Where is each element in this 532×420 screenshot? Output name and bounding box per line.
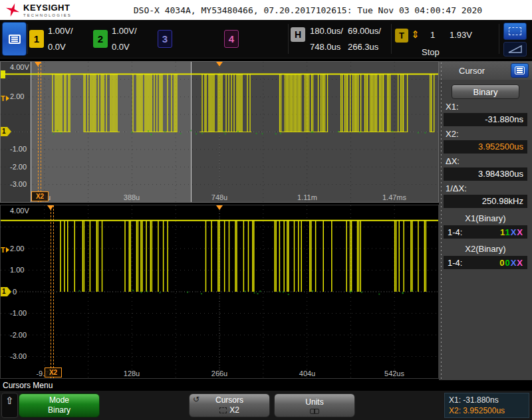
v-axis-label: -1.00 [10, 309, 27, 317]
x2-binary-title: X2(Binary) [439, 244, 532, 254]
channel-marker-label: 1 [1, 127, 7, 136]
up-arrow-icon: ⇧ [5, 395, 14, 407]
time-axis-label: 404u [299, 369, 315, 377]
cursor-x2-value: 3.952500us [444, 140, 527, 154]
channel2-values[interactable]: 1.00V/ 0.0V [112, 26, 137, 52]
main-timebase-scale: 180.0us/ [310, 26, 343, 36]
keysight-logo: KEYSIGHT TECHNOLOGIES [5, 3, 72, 17]
channel1-ground-marker[interactable]: 1 [1, 287, 11, 296]
v-axis-label: 2.00 [10, 245, 24, 253]
main-menu-button[interactable] [2, 22, 27, 56]
v-axis-label: -3.00 [10, 180, 27, 188]
horizontal-main-values: 180.0us/ 748.0us [310, 26, 343, 52]
cursor-x2-flag[interactable]: X2 [45, 368, 62, 377]
softkey-cursors-line2: X2 [229, 405, 239, 415]
separator [499, 24, 499, 54]
time-axis-label: 128u [124, 369, 140, 377]
softkey-mode-line1: Mode [49, 395, 69, 405]
zoom-sweep-panel[interactable]: 4.00V 2.00 1.00 0 -1.00 -2.00 -3.00 T 1 … [0, 205, 439, 379]
x1-binary-title: X1(Binary) [439, 213, 532, 223]
cursor-x1-line[interactable] [38, 62, 39, 202]
channel4-badge[interactable]: 4 [224, 30, 239, 48]
binary-mode-button[interactable]: Binary [452, 84, 519, 99]
softkey-units-line1: Units [305, 397, 323, 407]
softkey-cursors-line1: Cursors [215, 395, 243, 405]
sidebar-drag-handle[interactable] [440, 61, 443, 380]
time-reference-marker [216, 205, 223, 210]
time-axis-label: 266u [211, 369, 227, 377]
main-sweep-panel[interactable]: 4.00V 2.00 -1.00 -2.00 -3.00 T 1 28u 388… [0, 61, 439, 203]
brand-name: KEYSIGHT [23, 3, 72, 12]
zoom-window-button[interactable] [503, 23, 527, 40]
right-arrow-icon [6, 247, 9, 253]
x2-binary-digits: 00XX [499, 258, 523, 268]
trigger-source: 1 [430, 30, 435, 40]
instrument-title: DSO-X 4034A, MY53480466, 07.20.201710261… [89, 5, 527, 15]
separator [27, 24, 28, 54]
softkey-mode-line2: Binary [48, 405, 70, 415]
cursor-sidebar: Cursor Binary X1: -31.880ns X2: 3.952500… [439, 61, 532, 380]
softkey-cursors[interactable]: ↺ Cursors X2 [189, 393, 270, 417]
cursor-x2-line[interactable] [53, 205, 54, 378]
time-reference-marker [216, 62, 223, 66]
waveform-display: 4.00V 2.00 -1.00 -2.00 -3.00 T 1 28u 388… [0, 58, 439, 380]
menu-icon [9, 35, 21, 44]
v-axis-label: 4.00V [10, 63, 29, 71]
trigger-level-marker[interactable]: T [1, 245, 9, 254]
trigger-marker-label: T [1, 246, 5, 254]
time-axis-label: 1.47ms [382, 193, 406, 201]
x2-binary-row: 1-4: 00XX [444, 256, 527, 269]
back-button[interactable]: ⇧ [1, 393, 18, 418]
x1-binary-row: 1-4: 11XX [444, 225, 527, 239]
v-axis-label: 1.00 [10, 266, 24, 274]
time-axis-label: 748u [211, 193, 227, 201]
cursor-readout: X1: -31.880ns X2: 3.952500us [444, 393, 529, 418]
v-axis-label: -2.00 [10, 163, 27, 171]
horizontal-badge[interactable]: H [291, 27, 305, 42]
cursor-invdeltax-label: 1/ΔX: [446, 183, 532, 193]
brand-subtitle: TECHNOLOGIES [23, 13, 72, 17]
channel-marker-label: 1 [1, 287, 7, 296]
softkey-mode[interactable]: Mode Binary [19, 393, 100, 417]
right-arrow-icon [6, 96, 9, 101]
sidebar-title: Cursor [459, 66, 511, 76]
channel1-offset: 0.0V [48, 42, 73, 52]
separator [391, 24, 392, 54]
v-axis-label: 0 [13, 288, 17, 296]
cursor-icon [219, 407, 227, 413]
sidebar-menu-button[interactable] [511, 63, 529, 78]
zoom-timebase-delay: 266.3us [348, 42, 381, 52]
trigger-time-marker [35, 62, 41, 66]
cursor-x1-label: X1: [446, 102, 532, 112]
cursor-deltax-label: ΔX: [446, 156, 532, 166]
softkey-units[interactable]: Units [274, 393, 355, 417]
trigger-level: 1.93V [450, 30, 472, 40]
time-axis-label: 388u [124, 193, 140, 201]
dashed-window-icon [509, 27, 521, 35]
oscilloscope-screen: KEYSIGHT TECHNOLOGIES DSO-X 4034A, MY534… [0, 0, 532, 420]
trigger-level-marker[interactable]: T [1, 94, 9, 102]
time-axis-label: 542us [384, 369, 404, 377]
channel2-badge[interactable]: 2 [93, 30, 108, 48]
v-axis-label: 2.00 [10, 92, 24, 100]
waveform-shape-icon[interactable] [503, 42, 527, 56]
cursor-x2-label: X2: [446, 129, 532, 139]
separator [288, 24, 289, 54]
trigger-time-marker [47, 205, 54, 210]
cursor-x1-line[interactable] [51, 205, 51, 378]
trigger-badge[interactable]: T [395, 29, 408, 43]
sidebar-header: Cursor [439, 61, 532, 80]
channel1-ground-marker[interactable]: 1 [1, 127, 11, 136]
cursor-x2-line[interactable] [41, 62, 41, 202]
cursor-x2-flag[interactable]: X2 [31, 191, 49, 201]
channel1-values[interactable]: 1.00V/ 0.0V [48, 26, 73, 52]
channel2-offset: 0.0V [112, 42, 137, 52]
readout-x1: X1: -31.880ns [449, 395, 525, 405]
channel1-badge[interactable]: 1 [29, 30, 44, 48]
v-axis-label: -1.00 [10, 145, 27, 153]
toolbar: 1 1.00V/ 0.0V 2 1.00V/ 0.0V 3 4 H 180.0u… [0, 20, 532, 58]
trigger-marker-label: T [1, 94, 5, 102]
channel3-badge[interactable]: 3 [158, 30, 172, 48]
v-axis-label: -3.00 [10, 352, 27, 360]
return-icon: ↺ [193, 395, 200, 405]
